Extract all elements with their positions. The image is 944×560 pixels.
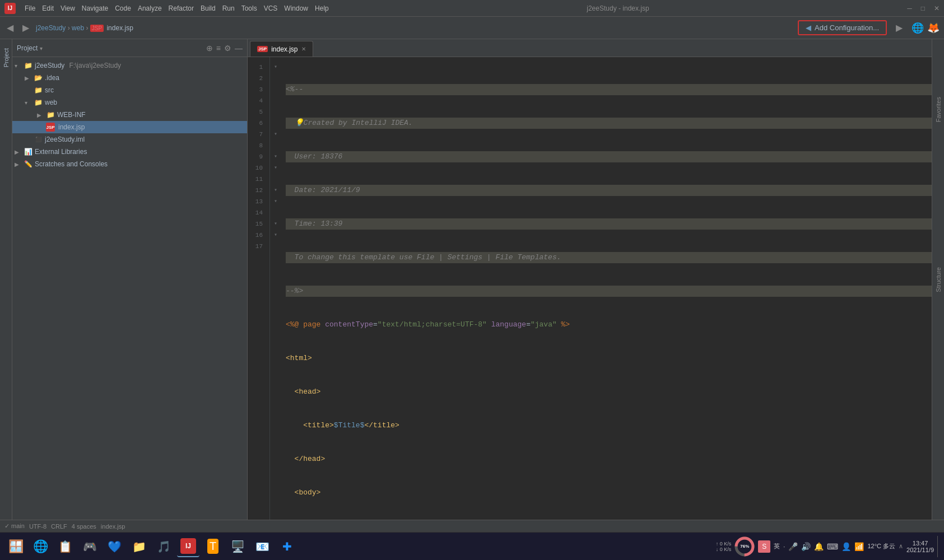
tree-src[interactable]: ▶ 📁 src bbox=[12, 84, 247, 96]
menu-run[interactable]: Run bbox=[222, 4, 235, 12]
taskbar-explorer[interactable]: 📁 bbox=[128, 536, 150, 557]
chrome-icon[interactable]: 🌐 bbox=[912, 22, 924, 34]
hide-btn[interactable]: — bbox=[235, 44, 243, 53]
taskbar-app6[interactable]: 📧 bbox=[251, 536, 273, 557]
menu-file[interactable]: File bbox=[25, 4, 35, 12]
tray-chevron[interactable]: ∧ bbox=[899, 543, 903, 550]
menu-edit[interactable]: Edit bbox=[42, 4, 54, 12]
project-panel-header: Project ▾ ⊕ ≡ ⚙ — bbox=[12, 39, 247, 57]
favorites-sidebar[interactable]: Favorites bbox=[932, 54, 944, 166]
editor-tabs: JSP index.jsp ✕ bbox=[248, 39, 932, 57]
breadcrumb-project[interactable]: j2eeStudy bbox=[36, 24, 66, 32]
breadcrumb-file[interactable]: index.jsp bbox=[106, 24, 133, 32]
fold-1[interactable]: ▾ bbox=[270, 62, 281, 73]
breadcrumb-sep2: › bbox=[86, 24, 90, 32]
line-num-17: 17 bbox=[248, 241, 266, 252]
scope-btn[interactable]: ⊕ bbox=[206, 44, 213, 53]
expand-arrow-webinf: ▶ bbox=[37, 112, 45, 118]
menu-refactor[interactable]: Refactor bbox=[169, 4, 194, 12]
tree-idea[interactable]: ▶ 📂 .idea bbox=[12, 72, 247, 84]
taskbar-chrome[interactable]: 🌐 bbox=[29, 536, 52, 557]
fold-9[interactable]: ▾ bbox=[270, 151, 281, 162]
taskbar-start[interactable]: 🪟 bbox=[4, 536, 27, 557]
language-indicator[interactable]: 英 bbox=[774, 542, 780, 550]
menu-navigate[interactable]: Navigate bbox=[82, 4, 108, 12]
run-button[interactable]: ▶ bbox=[896, 22, 903, 33]
taskbar-app5[interactable]: 🖥️ bbox=[226, 536, 249, 557]
line-num-5: 5 bbox=[248, 106, 266, 118]
fold-7[interactable]: ▾ bbox=[270, 129, 281, 140]
tree-iml[interactable]: ▶ ⬛ j2eeStudy.iml bbox=[12, 133, 247, 146]
app3-icon: 🎵 bbox=[157, 540, 171, 553]
tray-volume[interactable]: 🔔 bbox=[814, 542, 824, 551]
tree-indexjsp[interactable]: ▶ JSP index.jsp bbox=[12, 121, 247, 133]
taskbar-vscode[interactable]: 💙 bbox=[103, 536, 125, 557]
chrome-taskbar-icon: 🌐 bbox=[33, 539, 48, 554]
status-git[interactable]: ✓ main bbox=[4, 522, 25, 530]
app5-icon: 🖥️ bbox=[231, 540, 245, 553]
tree-root-path: F:\java\j2eeStudy bbox=[69, 62, 121, 69]
line-num-16: 16 bbox=[248, 230, 266, 241]
line-num-3: 3 bbox=[248, 84, 266, 95]
taskbar-app7[interactable]: ✚ bbox=[276, 536, 298, 557]
tree-webinf[interactable]: ▶ 📁 WEB-INF bbox=[12, 109, 247, 121]
code-editor[interactable]: 1 2 3 4 5 6 7 8 9 10 11 12 13 14 15 16 1… bbox=[248, 57, 932, 520]
maximize-btn[interactable]: □ bbox=[921, 4, 925, 12]
fold-15[interactable]: ▾ bbox=[270, 218, 281, 230]
taskbar: 🪟 🌐 📋 🎮 💙 📁 🎵 IJ T 🖥️ 📧 ✚ ↑ 0 K/s ↓ 0 K/… bbox=[0, 532, 944, 560]
tree-ext-libs[interactable]: ▶ 📊 External Libraries bbox=[12, 146, 247, 158]
firefox-icon[interactable]: 🦊 bbox=[927, 22, 940, 34]
folder-webinf-icon: 📁 bbox=[46, 110, 55, 119]
tray-keyboard[interactable]: ⌨ bbox=[827, 542, 838, 551]
editor-tab-indexjsp[interactable]: JSP index.jsp ✕ bbox=[250, 41, 313, 57]
add-configuration-button[interactable]: ◀ Add Configuration... bbox=[798, 20, 887, 35]
tree-scratches[interactable]: ▶ ✏️ Scratches and Consoles bbox=[12, 158, 247, 170]
taskbar-app4[interactable]: T bbox=[202, 536, 224, 557]
breadcrumb-web[interactable]: web bbox=[72, 24, 84, 32]
menu-vcs[interactable]: VCS bbox=[264, 4, 278, 12]
menu-build[interactable]: Build bbox=[201, 4, 216, 12]
toolbar-back-btn[interactable]: ◀ bbox=[4, 21, 16, 34]
tab-close-btn[interactable]: ✕ bbox=[301, 46, 306, 52]
cpu-percent: 76% bbox=[734, 536, 755, 557]
taskbar-idea-active[interactable]: IJ bbox=[177, 536, 199, 557]
tree-web[interactable]: ▾ 📁 web bbox=[12, 96, 247, 109]
toolbar-forward-btn[interactable]: ▶ bbox=[20, 21, 31, 34]
taskbar-app2[interactable]: 🎮 bbox=[78, 536, 101, 557]
taskbar-app3[interactable]: 🎵 bbox=[152, 536, 175, 557]
status-line-ending[interactable]: CRLF bbox=[51, 523, 67, 530]
tray-more[interactable]: 👤 bbox=[841, 542, 851, 551]
code-line-1: <%-- bbox=[286, 84, 932, 95]
input-method-icon[interactable]: S bbox=[758, 540, 770, 553]
menu-view[interactable]: View bbox=[61, 4, 75, 12]
settings-btn[interactable]: ⚙ bbox=[224, 44, 231, 53]
tray-extra[interactable]: 📶 bbox=[854, 542, 864, 551]
status-indent[interactable]: 4 spaces bbox=[72, 523, 96, 530]
app4-icon: T bbox=[207, 539, 218, 554]
tray-network[interactable]: 🔊 bbox=[801, 542, 811, 551]
code-content[interactable]: <%-- 💡Created by IntelliJ IDEA. User: 18… bbox=[281, 57, 932, 520]
tray-comma: · bbox=[783, 543, 785, 550]
project-tab-vertical[interactable]: Project bbox=[2, 44, 11, 72]
fold-12[interactable]: ▾ bbox=[270, 185, 281, 196]
fold-10[interactable]: ▾ bbox=[270, 162, 281, 174]
minimize-btn[interactable]: ─ bbox=[907, 4, 912, 12]
menu-analyze[interactable]: Analyze bbox=[138, 4, 162, 12]
scratches-icon: ✏️ bbox=[24, 160, 32, 169]
close-btn[interactable]: ✕ bbox=[934, 4, 940, 12]
collapse-all-btn[interactable]: ≡ bbox=[216, 44, 221, 53]
show-desktop-btn[interactable] bbox=[937, 536, 940, 557]
taskbar-app1[interactable]: 📋 bbox=[54, 536, 76, 557]
menu-help[interactable]: Help bbox=[315, 4, 329, 12]
tray-mic[interactable]: 🎤 bbox=[788, 542, 798, 551]
fold-16[interactable]: ▾ bbox=[270, 230, 281, 241]
line-num-15: 15 bbox=[248, 218, 266, 230]
line-num-2: 2 bbox=[248, 73, 266, 84]
tree-root[interactable]: ▾ 📁 j2eeStudy F:\java\j2eeStudy bbox=[12, 59, 247, 72]
line-num-10: 10 bbox=[248, 162, 266, 174]
menu-code[interactable]: Code bbox=[115, 4, 131, 12]
menu-tools[interactable]: Tools bbox=[241, 4, 257, 12]
fold-13[interactable]: ▾ bbox=[270, 196, 281, 207]
status-encoding[interactable]: UTF-8 bbox=[29, 523, 46, 530]
menu-window[interactable]: Window bbox=[284, 4, 308, 12]
